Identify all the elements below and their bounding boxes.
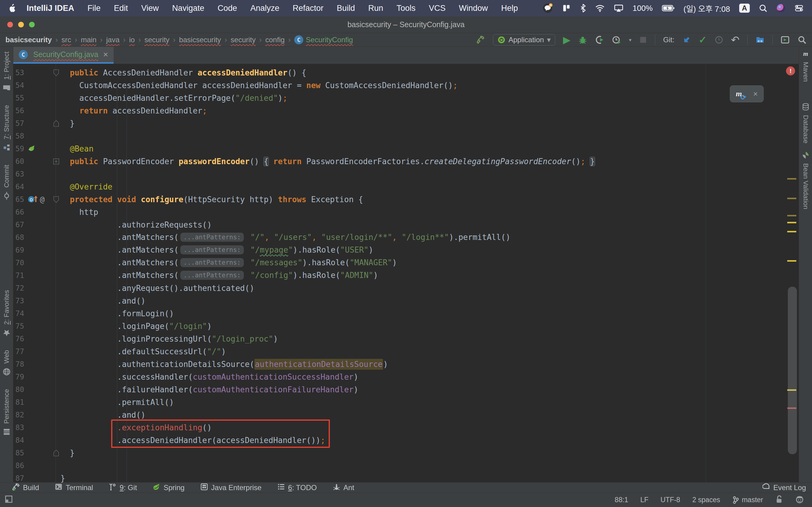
kakao-icon[interactable]: N: [543, 3, 553, 13]
code-line-66[interactable]: 66 http: [13, 206, 785, 219]
code-line-85[interactable]: 85 }: [13, 447, 785, 459]
breadcrumb-item-io[interactable]: io: [119, 36, 135, 44]
tool-window-button-1-project[interactable]: 1: Project: [3, 52, 11, 92]
fold-marker-start[interactable]: [52, 69, 60, 76]
breadcrumb-item-java[interactable]: java: [96, 36, 119, 44]
scrollbar-thumb[interactable]: [788, 287, 797, 454]
tiles-icon[interactable]: [562, 4, 571, 13]
code-line-65[interactable]: 65o@ protected void configure(HttpSecuri…: [13, 193, 785, 206]
menu-item-intellij-idea[interactable]: IntelliJ IDEA: [27, 4, 74, 13]
error-stripe-mark[interactable]: [787, 231, 796, 232]
line-separator[interactable]: LF: [641, 496, 649, 504]
maven-reload-popup[interactable]: m⟳ ×: [730, 86, 764, 102]
lock-icon[interactable]: [775, 495, 783, 506]
breadcrumb-item-src[interactable]: src: [52, 36, 71, 44]
fold-marker-plus[interactable]: [52, 158, 60, 165]
profiler-chevron-icon[interactable]: ▾: [629, 37, 631, 43]
menu-item-vcs[interactable]: VCS: [429, 4, 446, 13]
code-line-86[interactable]: 86: [13, 459, 785, 472]
run-anything-icon[interactable]: [780, 35, 790, 44]
tab-securityconfig[interactable]: C SecurityConfig.java ×: [13, 47, 114, 64]
dismiss-popup-icon[interactable]: ×: [753, 89, 758, 99]
bluetooth-icon[interactable]: [580, 4, 586, 13]
indent-setting[interactable]: 2 spaces: [692, 496, 720, 504]
tool-window-button-maven[interactable]: mMaven: [802, 50, 810, 82]
code-line-58[interactable]: 58: [13, 130, 785, 143]
code-line-78[interactable]: 78 .authenticationDetailsSource(authenti…: [13, 358, 785, 371]
error-stripe-scrollbar[interactable]: [785, 64, 799, 482]
search-everywhere-icon[interactable]: [798, 35, 807, 44]
code-line-67[interactable]: 67 .authorizeRequests(): [13, 219, 785, 231]
error-stripe-mark[interactable]: [787, 198, 796, 199]
git-branch-widget[interactable]: master: [732, 496, 763, 504]
code-line-79[interactable]: 79 .successHandler(customAuthenticationS…: [13, 371, 785, 383]
code-line-56[interactable]: 56 return accessDeniedHandler;: [13, 104, 785, 117]
fold-marker-end[interactable]: [52, 449, 60, 457]
tool-window-switcher-icon[interactable]: [4, 495, 13, 506]
menu-item-view[interactable]: View: [141, 4, 159, 13]
run-with-coverage-icon[interactable]: [595, 35, 604, 44]
menu-item-edit[interactable]: Edit: [114, 4, 128, 13]
close-tab-icon[interactable]: ×: [103, 50, 108, 59]
code-line-80[interactable]: 80 .failureHandler(customAuthenticationF…: [13, 383, 785, 396]
code-line-70[interactable]: 70 .antMatchers(...antPatterns: "/messag…: [13, 257, 785, 269]
code-line-75[interactable]: 75 .loginPage("/login"): [13, 320, 785, 333]
error-stripe-mark[interactable]: [787, 260, 796, 262]
file-encoding[interactable]: UTF-8: [660, 496, 680, 504]
code-line-74[interactable]: 74 .formLogin(): [13, 307, 785, 320]
code-line-55[interactable]: 55 accessDeniedHandler.setErrorPage("/de…: [13, 92, 785, 104]
tool-window-button-bean-validation[interactable]: Bean Validation: [802, 151, 810, 210]
annotated-icon[interactable]: @: [40, 195, 45, 204]
airplay-icon[interactable]: [614, 4, 623, 12]
maven-reload-icon[interactable]: m⟳: [736, 89, 742, 98]
breadcrumb-item-securityconfig[interactable]: CSecurityConfig: [285, 35, 353, 44]
inspections-error-badge[interactable]: !: [786, 66, 795, 75]
profiler-icon[interactable]: [612, 35, 621, 44]
code-line-54[interactable]: 54 CustomAccessDeniedHandler accessDenie…: [13, 79, 785, 92]
tool-window-button-commit[interactable]: Commit: [3, 165, 11, 200]
error-stripe-mark[interactable]: [787, 215, 796, 216]
menu-item-analyze[interactable]: Analyze: [250, 4, 280, 13]
breadcrumb-item-security[interactable]: security: [135, 36, 169, 44]
siri-icon[interactable]: [776, 4, 785, 13]
breadcrumb-item-config[interactable]: config: [256, 36, 285, 44]
breadcrumb-item-basicsecurity[interactable]: basicsecurity: [169, 36, 221, 44]
ide-face-icon[interactable]: [795, 495, 804, 506]
code-line-76[interactable]: 76 .loginProcessingUrl("/login_proc"): [13, 333, 785, 345]
breadcrumb-item-security[interactable]: security: [221, 36, 256, 44]
menu-item-build[interactable]: Build: [337, 4, 355, 13]
debug-icon[interactable]: [578, 35, 587, 44]
code-line-64[interactable]: 64 @Override: [13, 180, 785, 193]
code-line-72[interactable]: 72 .anyRequest().authenticated(): [13, 282, 785, 294]
git-commit-check-icon[interactable]: ✓: [699, 34, 707, 46]
code-line-57[interactable]: 57 }: [13, 117, 785, 130]
fold-marker-end[interactable]: [52, 120, 60, 127]
breadcrumb-item-basicsecurity[interactable]: basicsecurity: [5, 36, 52, 44]
apple-menu-icon[interactable]: [8, 4, 16, 13]
rollback-icon[interactable]: ↶: [731, 34, 740, 46]
tool-window-button-database[interactable]: Database: [802, 103, 810, 144]
tool-window-button-7-structure[interactable]: 7: Structure: [3, 105, 11, 152]
menu-item-help[interactable]: Help: [501, 4, 518, 13]
run-configuration-select[interactable]: Application ▾: [493, 34, 555, 46]
spring-bean-icon[interactable]: [27, 144, 36, 154]
wifi-icon[interactable]: [595, 4, 605, 12]
menu-item-run[interactable]: Run: [368, 4, 383, 13]
code-line-69[interactable]: 69 .antMatchers(...antPatterns: "/mypage…: [13, 244, 785, 257]
code-line-71[interactable]: 71 .antMatchers(...antPatterns: "/config…: [13, 269, 785, 282]
menu-item-refactor[interactable]: Refactor: [293, 4, 323, 13]
code-line-59[interactable]: 59 @Bean: [13, 143, 785, 155]
code-editor[interactable]: 53 public AccessDeniedHandler accessDeni…: [13, 64, 799, 482]
caret-position[interactable]: 88:1: [615, 496, 628, 504]
code-line-68[interactable]: 68 .antMatchers(...antPatterns: "/", "/u…: [13, 231, 785, 244]
menu-item-window[interactable]: Window: [459, 4, 488, 13]
code-line-77[interactable]: 77 .defaultSuccessUrl("/"): [13, 345, 785, 358]
git-update-icon[interactable]: [682, 36, 691, 44]
breadcrumb-item-main[interactable]: main: [71, 36, 96, 44]
error-stripe-mark[interactable]: [787, 222, 796, 223]
error-stripe-mark[interactable]: [787, 178, 796, 180]
build-hammer-icon[interactable]: [476, 35, 485, 44]
overriding-method-icon[interactable]: o: [27, 194, 38, 205]
spotlight-icon[interactable]: [759, 4, 767, 12]
menu-item-code[interactable]: Code: [217, 4, 237, 13]
